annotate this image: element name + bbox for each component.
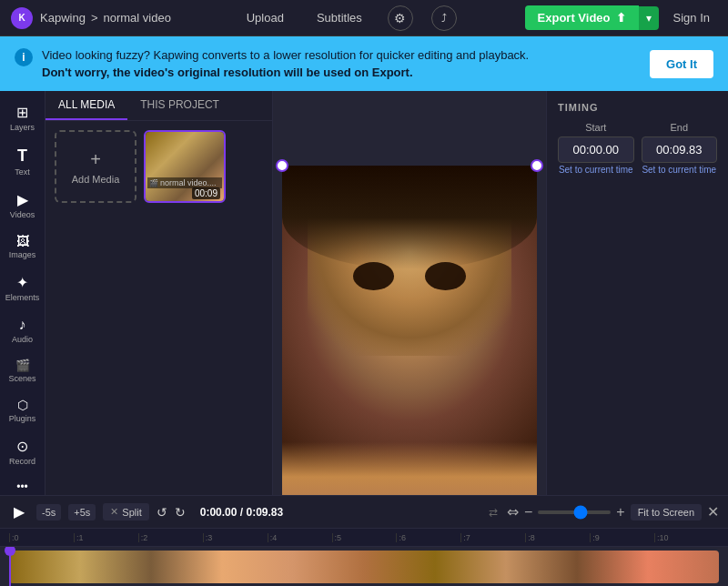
add-media-label: Add Media (72, 174, 120, 185)
info-banner-left: i Video looking fuzzy? Kapwing converts … (15, 46, 635, 82)
sidebar-item-elements[interactable]: ✦ Elements (3, 268, 43, 308)
header-center: Upload Subtitles ⚙ ⤴ (239, 5, 457, 31)
sidebar-item-layers[interactable]: ⊞ Layers (3, 98, 43, 137)
settings-button[interactable]: ⚙ (388, 5, 413, 31)
timeline-track[interactable] (0, 547, 728, 586)
timeline-zoom-area: ⇄ ⇔ − + Fit to Screen ✕ (489, 503, 719, 520)
more-icon: ••• (16, 480, 28, 493)
zoom-slider[interactable] (538, 510, 611, 514)
arrows-icon: ⇄ (489, 506, 498, 519)
thumb-duration: 00:09 (192, 187, 220, 199)
subtitles-nav[interactable]: Subtitles (309, 7, 369, 28)
sidebar-item-images[interactable]: 🖼 Images (3, 228, 43, 265)
timeline-strip (9, 551, 719, 583)
export-button[interactable]: Export Video ⬆ (525, 5, 639, 30)
ruler-mark-0: :0 (9, 533, 74, 542)
thumb-name: 🎬 normal video.... (147, 177, 222, 188)
header: K Kapwing > normal video Upload Subtitle… (0, 0, 728, 36)
ruler-mark-4: :4 (268, 533, 332, 542)
got-it-button[interactable]: Got It (650, 50, 713, 78)
upload-nav[interactable]: Upload (239, 7, 291, 28)
app-container: K Kapwing > normal video Upload Subtitle… (0, 0, 728, 586)
tab-all-media[interactable]: ALL MEDIA (46, 91, 127, 120)
timing-row: Start Set to current time End Set to cur… (558, 122, 717, 175)
export-upload-icon: ⬆ (616, 11, 626, 25)
sidebar-item-videos[interactable]: ▶ Videos (3, 186, 43, 225)
share-button[interactable]: ⤴ (431, 5, 457, 31)
breadcrumb: Kapwing > normal video (40, 11, 171, 25)
elements-icon: ✦ (16, 274, 28, 291)
redo-button[interactable]: ↻ (175, 505, 186, 520)
info-banner: i Video looking fuzzy? Kapwing converts … (0, 36, 728, 91)
signin-button[interactable]: Sign In (666, 7, 717, 28)
banner-line2: Don't worry, the video's original resolu… (42, 66, 413, 79)
kapwing-logo: K (11, 7, 33, 29)
banner-line1: Video looking fuzzy? Kapwing converts to… (42, 46, 529, 65)
info-text: Video looking fuzzy? Kapwing converts to… (42, 46, 529, 82)
info-icon: i (15, 48, 33, 66)
media-grid: + Add Media 00:09 🎬 normal video.... (46, 121, 272, 212)
end-label: End (642, 122, 718, 133)
app-name-label: Kapwing (40, 11, 86, 25)
sidebar-item-audio[interactable]: ♪ Audio (3, 311, 43, 349)
timeline-ruler: :0 :1 :2 :3 :4 :5 :6 :7 :8 :9 :10 (0, 529, 728, 547)
timing-end-col: End Set to current time (642, 122, 718, 175)
add-media-button[interactable]: + Add Media (55, 130, 136, 203)
video-canvas[interactable]: ↻ (282, 166, 537, 511)
media-thumbnail[interactable]: 00:09 🎬 normal video.... (144, 130, 226, 203)
videos-icon: ▶ (17, 191, 28, 208)
timing-start-col: Start Set to current time (558, 122, 634, 175)
fit-to-screen-button[interactable]: Fit to Screen (631, 504, 702, 520)
time-separator: / (240, 506, 243, 519)
add-media-plus-icon: + (90, 149, 101, 170)
current-time: 0:00.00 (200, 506, 238, 519)
timing-label: TIMING (558, 102, 717, 113)
skip-forward-button[interactable]: +5s (68, 504, 96, 520)
end-time-input[interactable] (642, 136, 718, 163)
sidebar-item-text[interactable]: T Text (3, 141, 43, 182)
set-end-time-btn[interactable]: Set to current time (642, 165, 718, 175)
close-timeline-button[interactable]: ✕ (707, 503, 719, 520)
timeline-controls: ▶ -5s +5s ✕ Split ↺ ↻ 0:00.00 / 0:09.83 … (0, 496, 728, 529)
start-time-input[interactable] (558, 136, 634, 163)
images-icon: 🖼 (16, 234, 29, 248)
playhead[interactable] (9, 547, 11, 586)
ruler-mark-5: :5 (332, 533, 397, 542)
set-start-time-btn[interactable]: Set to current time (558, 165, 634, 175)
undo-button[interactable]: ↺ (157, 505, 167, 520)
split-x-icon: ✕ (110, 506, 118, 518)
ruler-mark-9: :9 (590, 533, 654, 542)
scenes-icon: 🎬 (15, 359, 30, 372)
skip-back-button[interactable]: -5s (36, 504, 61, 520)
hair (282, 166, 537, 269)
breadcrumb-sep: > (91, 11, 98, 25)
export-arrow-button[interactable]: ▾ (639, 6, 659, 30)
play-button[interactable]: ▶ (9, 502, 29, 522)
total-time: 0:09.83 (246, 506, 283, 519)
project-name-label: normal video (103, 11, 170, 25)
handle-top-left[interactable] (276, 159, 288, 172)
sidebar-item-record[interactable]: ⊙ Record (3, 432, 43, 471)
time-display: 0:00.00 / 0:09.83 (200, 506, 283, 519)
ruler-mark-3: :3 (203, 533, 268, 542)
split-button[interactable]: ✕ Split (103, 503, 148, 520)
video-preview (282, 166, 537, 511)
text-icon: T (17, 146, 27, 166)
sidebar-item-scenes[interactable]: 🎬 Scenes (3, 353, 43, 389)
plugins-icon: ⬡ (17, 398, 28, 412)
export-btn-group: Export Video ⬆ ▾ (525, 5, 659, 30)
layers-icon: ⊞ (16, 104, 28, 121)
sidebar-item-plugins[interactable]: ⬡ Plugins (3, 392, 43, 429)
handle-top-right[interactable] (531, 159, 543, 172)
record-icon: ⊙ (16, 438, 28, 455)
zoom-in-button[interactable]: + (616, 504, 624, 520)
ruler-marks: :0 :1 :2 :3 :4 :5 :6 :7 :8 :9 :10 (9, 533, 719, 542)
audio-icon: ♪ (19, 317, 26, 333)
ruler-mark-2: :2 (138, 533, 203, 542)
start-label: Start (558, 122, 634, 133)
zoom-out-button[interactable]: − (524, 504, 532, 520)
tab-this-project[interactable]: THIS PROJECT (127, 91, 232, 120)
timeline-arrow-left[interactable]: ⇔ (507, 503, 519, 520)
ruler-mark-7: :7 (460, 533, 525, 542)
media-tabs: ALL MEDIA THIS PROJECT (46, 91, 272, 121)
